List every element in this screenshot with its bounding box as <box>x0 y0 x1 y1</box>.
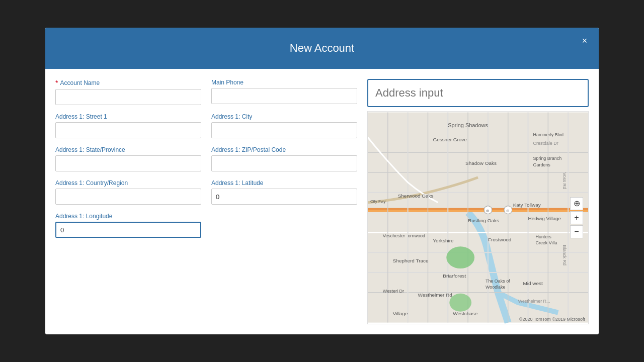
svg-text:Blanck Rd: Blanck Rd <box>562 245 567 266</box>
svg-text:Village: Village <box>393 311 408 316</box>
svg-text:Westheimer R...: Westheimer R... <box>518 299 550 304</box>
zoom-in-button[interactable]: + <box>570 211 583 224</box>
svg-text:ornwood: ornwood <box>408 234 425 239</box>
svg-text:Katy Tollway: Katy Tollway <box>513 202 541 208</box>
modal-title: New Account <box>290 42 354 54</box>
svg-text:Hunters: Hunters <box>535 235 551 240</box>
modal-overlay: New Account × * Account Name Mai <box>0 0 644 362</box>
svg-text:Mid west: Mid west <box>523 281 543 286</box>
svg-text:Voss Rd: Voss Rd <box>562 172 567 189</box>
latitude-label: Address 1: Latitude <box>211 179 357 187</box>
main-phone-label: Main Phone <box>211 79 357 86</box>
latitude-group: Address 1: Latitude 0 <box>211 179 357 205</box>
country-label: Address 1: Country/Region <box>55 179 201 187</box>
longitude-input[interactable]: 0 <box>55 222 201 238</box>
svg-text:Hammerly Blvd: Hammerly Blvd <box>533 133 564 138</box>
form-row-3: Address 1: State/Province Address 1: ZIP… <box>55 146 357 171</box>
map-controls: ⊕ + − <box>570 197 583 238</box>
svg-text:Westeri Dr: Westeri Dr <box>383 289 404 294</box>
state-group: Address 1: State/Province <box>55 146 201 171</box>
svg-text:Crestdale Dr: Crestdale Dr <box>533 141 558 146</box>
svg-point-1 <box>446 247 474 269</box>
zip-group: Address 1: ZIP/Postal Code <box>211 146 357 171</box>
svg-text:The Oaks of: The Oaks of <box>486 279 510 284</box>
close-button[interactable]: × <box>578 34 592 48</box>
svg-text:City Fwy: City Fwy <box>370 199 386 204</box>
new-account-modal: New Account × * Account Name Mai <box>45 28 599 334</box>
form-row-4: Address 1: Country/Region Address 1: Lat… <box>55 179 357 205</box>
svg-text:Shepherd Trace: Shepherd Trace <box>393 258 429 264</box>
form-row-5: Address 1: Longitude 0 <box>55 213 357 238</box>
main-phone-input[interactable] <box>211 88 357 104</box>
city-label: Address 1: City <box>211 113 357 120</box>
svg-text:⊕: ⊕ <box>506 209 510 213</box>
zip-label: Address 1: ZIP/Postal Code <box>211 146 357 153</box>
map-copyright: ©2020 TomTom ©2019 Microsoft <box>519 317 585 322</box>
svg-text:Spring Shadows: Spring Shadows <box>448 123 488 129</box>
longitude-label: Address 1: Longitude <box>55 213 201 220</box>
svg-text:Woodlake: Woodlake <box>486 285 506 290</box>
svg-text:Shadow Oaks: Shadow Oaks <box>465 160 497 166</box>
svg-text:Gessner Grove: Gessner Grove <box>433 137 467 143</box>
form-section: * Account Name Main Phone Address 1: Str… <box>55 79 357 324</box>
svg-text:Briarforest: Briarforest <box>443 273 466 279</box>
map-svg: Spring Shadows Gessner Grove Hammerly Bl… <box>368 112 588 323</box>
map-section: Spring Shadows Gessner Grove Hammerly Bl… <box>367 79 589 324</box>
svg-text:Westchase: Westchase <box>453 311 477 316</box>
map-container: Spring Shadows Gessner Grove Hammerly Bl… <box>367 111 589 324</box>
svg-text:Hedwig Village: Hedwig Village <box>528 216 561 221</box>
svg-text:Creek Villa: Creek Villa <box>535 241 557 246</box>
svg-text:Veschester: Veschester <box>383 234 405 239</box>
svg-text:Sherwood Oaks: Sherwood Oaks <box>398 193 434 199</box>
street1-group: Address 1: Street 1 <box>55 113 201 138</box>
svg-text:Gardens: Gardens <box>533 162 551 167</box>
svg-point-2 <box>449 294 471 312</box>
compass-button[interactable]: ⊕ <box>570 197 583 210</box>
street1-input[interactable] <box>55 122 201 138</box>
country-group: Address 1: Country/Region <box>55 179 201 205</box>
street1-label: Address 1: Street 1 <box>55 113 201 120</box>
svg-text:⊕: ⊕ <box>486 209 490 213</box>
svg-text:Yorkshire: Yorkshire <box>433 238 454 244</box>
required-star: * <box>55 79 58 87</box>
account-name-label: * Account Name <box>55 79 201 87</box>
country-input[interactable] <box>55 189 201 205</box>
svg-text:Frostwood: Frostwood <box>488 237 511 243</box>
state-label: Address 1: State/Province <box>55 146 201 153</box>
latitude-input[interactable]: 0 <box>211 189 357 205</box>
modal-header: New Account × <box>45 28 599 69</box>
zip-input[interactable] <box>211 155 357 171</box>
city-group: Address 1: City <box>211 113 357 138</box>
account-name-input[interactable] <box>55 89 201 105</box>
account-name-group: * Account Name <box>55 79 201 105</box>
state-input[interactable] <box>55 155 201 171</box>
empty-group <box>211 213 357 238</box>
address-input[interactable] <box>367 79 589 107</box>
svg-text:Westheimer Rd: Westheimer Rd <box>418 292 452 298</box>
form-row-1: * Account Name Main Phone <box>55 79 357 105</box>
svg-text:Spring Branch: Spring Branch <box>533 156 562 161</box>
longitude-group: Address 1: Longitude 0 <box>55 213 201 238</box>
main-phone-group: Main Phone <box>211 79 357 105</box>
city-input[interactable] <box>211 122 357 138</box>
form-row-2: Address 1: Street 1 Address 1: City <box>55 113 357 138</box>
modal-body: * Account Name Main Phone Address 1: Str… <box>45 69 599 334</box>
svg-text:Rustling Oaks: Rustling Oaks <box>468 218 499 224</box>
zoom-out-button[interactable]: − <box>570 225 583 238</box>
